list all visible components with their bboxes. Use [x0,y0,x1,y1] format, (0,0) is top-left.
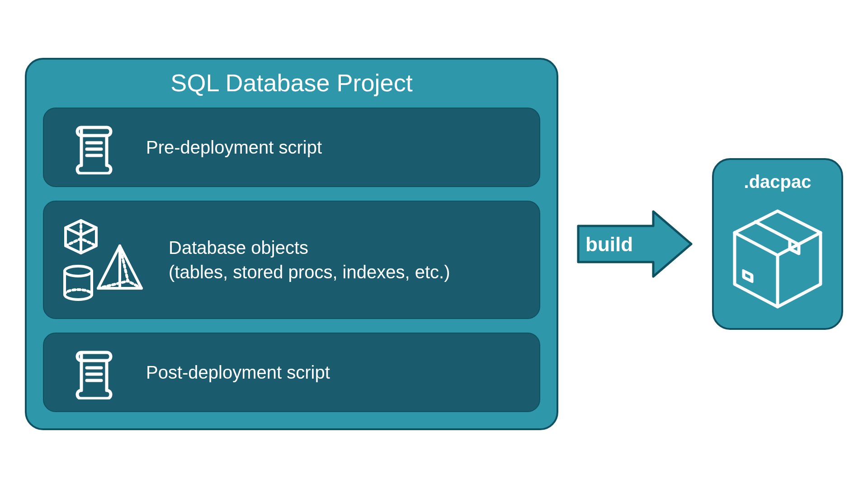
svg-rect-18 [744,271,752,281]
build-arrow: build [576,208,694,280]
post-deployment-panel: Post-deployment script [43,333,540,412]
post-deployment-label: Post-deployment script [146,360,330,385]
project-title: SQL Database Project [43,69,540,97]
pre-deployment-label: Pre-deployment script [146,135,322,160]
diagram-canvas: SQL Database Project Pre-deployment scri… [25,58,843,430]
shapes-icon [60,217,151,303]
script-icon [60,120,128,174]
svg-point-11 [65,266,92,276]
database-objects-panel: Database objects (tables, stored procs, … [43,201,540,319]
script-icon [60,345,128,399]
database-objects-label: Database objects (tables, stored procs, … [169,235,450,284]
database-objects-line2: (tables, stored procs, indexes, etc.) [169,262,450,282]
package-icon [730,200,825,316]
arrow-label-text: build [585,233,633,255]
sql-project-container: SQL Database Project Pre-deployment scri… [25,58,558,430]
dacpac-output: .dacpac [712,158,843,330]
database-objects-line1: Database objects [169,238,308,258]
pre-deployment-panel: Pre-deployment script [43,108,540,187]
dacpac-label: .dacpac [744,172,811,192]
